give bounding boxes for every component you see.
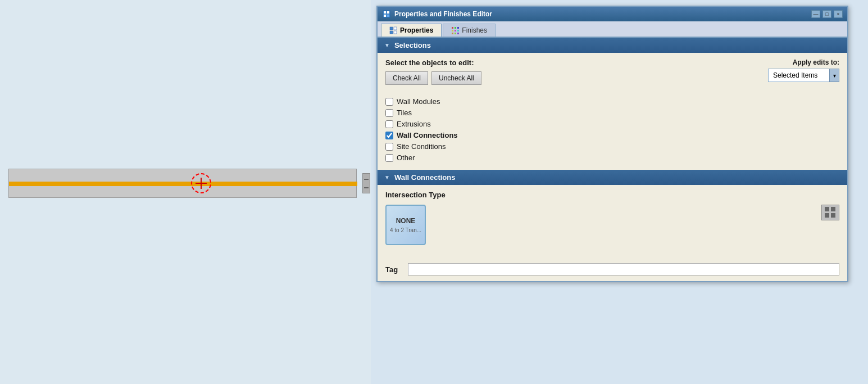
window-title: Properties and Finishes Editor [394, 10, 492, 18]
intersection-content: NONE 4 to 2 Tran... [385, 205, 839, 245]
checkbox-site-conditions[interactable] [385, 143, 393, 151]
checkbox-label-wall-modules: Wall Modules [397, 97, 440, 106]
window-titlebar: Properties and Finishes Editor — □ × [378, 7, 847, 21]
svg-rect-15 [452, 33, 453, 34]
select-objects-label: Select the objects to edit: [385, 58, 481, 67]
canvas-area [0, 0, 371, 384]
svg-rect-16 [455, 33, 456, 34]
tab-properties-label: Properties [400, 26, 433, 34]
tag-row: Tag [378, 260, 847, 281]
checkboxes-list: Wall Modules Tiles Extrusions Wall Conne… [385, 95, 839, 164]
minimize-button[interactable]: — [811, 10, 820, 18]
tile-button-text: NONE [396, 217, 416, 225]
checkbox-wall-connections[interactable] [385, 132, 393, 139]
wall-connections-area: Intersection Type NONE 4 to 2 Tran... [378, 185, 847, 260]
checkbox-other[interactable] [385, 154, 393, 162]
grid-cell-2 [831, 207, 835, 211]
intersection-tile-button[interactable]: NONE 4 to 2 Tran... [385, 205, 426, 245]
wall-inner-stripe [9, 182, 357, 186]
checkbox-item-extrusions[interactable]: Extrusions [385, 120, 839, 128]
checkbox-label-extrusions: Extrusions [397, 120, 431, 128]
checkbox-label-other: Other [397, 153, 415, 162]
titlebar-left: Properties and Finishes Editor [382, 10, 492, 19]
svg-rect-14 [457, 30, 459, 31]
svg-rect-1 [384, 11, 386, 13]
svg-rect-12 [452, 30, 453, 31]
select-objects-side: Select the objects to edit: Check All Un… [385, 58, 481, 91]
svg-rect-17 [457, 33, 459, 34]
checkbox-item-site-conditions[interactable]: Site Conditions [385, 142, 839, 151]
checkbox-item-wall-connections[interactable]: Wall Connections [385, 131, 839, 139]
uncheck-all-button[interactable]: Uncheck All [431, 71, 481, 85]
maximize-button[interactable]: □ [822, 10, 831, 18]
apply-edits-value[interactable]: Selected Items [768, 69, 830, 82]
selections-area: Select the objects to edit: Check All Un… [378, 53, 847, 170]
intersection-point [191, 173, 211, 193]
tab-finishes[interactable]: Finishes [443, 24, 496, 37]
wall-element [8, 169, 362, 198]
grid-cell-1 [825, 207, 829, 211]
checkbox-tiles[interactable] [385, 109, 393, 117]
svg-rect-4 [387, 15, 389, 17]
svg-rect-8 [394, 31, 397, 34]
apply-edits-section: Apply edits to: Selected Items ▾ [768, 58, 839, 82]
svg-rect-5 [390, 27, 393, 30]
checkbox-extrusions[interactable] [385, 120, 393, 128]
svg-rect-3 [384, 15, 386, 17]
checkbox-item-other[interactable]: Other [385, 153, 839, 162]
app-icon [382, 10, 391, 19]
checkbox-item-wall-modules[interactable]: Wall Modules [385, 97, 839, 106]
properties-window: Properties and Finishes Editor — □ × Pro… [376, 6, 848, 282]
end-cap-right [362, 173, 370, 193]
check-all-button[interactable]: Check All [385, 71, 428, 85]
checkbox-item-tiles[interactable]: Tiles [385, 109, 839, 117]
finishes-tab-icon [451, 26, 459, 34]
checkbox-wall-modules[interactable] [385, 98, 393, 106]
selections-header-text: Selections [394, 41, 431, 49]
tabs-bar: Properties Finishes [378, 21, 847, 38]
svg-rect-13 [455, 30, 456, 31]
buttons-row: Check All Uncheck All [385, 71, 481, 85]
tab-finishes-label: Finishes [462, 26, 487, 34]
wall-connections-header-text: Wall Connections [394, 173, 456, 182]
grid-cell-4 [831, 213, 835, 218]
selections-chevron[interactable]: ▼ [384, 42, 390, 48]
grid-cell-3 [825, 213, 829, 218]
tile-button-sub: 4 to 2 Tran... [390, 227, 421, 233]
svg-rect-9 [452, 27, 453, 29]
selections-section-header: ▼ Selections [378, 38, 847, 53]
selections-top-row: Select the objects to edit: Check All Un… [385, 58, 839, 91]
checkbox-label-wall-connections: Wall Connections [397, 131, 458, 139]
grid-view-button[interactable] [821, 205, 839, 220]
svg-rect-11 [457, 27, 459, 29]
wall-body [8, 169, 357, 198]
checkbox-label-site-conditions: Site Conditions [397, 142, 446, 151]
svg-rect-10 [455, 27, 456, 29]
tag-input[interactable] [408, 263, 839, 275]
wall-connections-chevron[interactable]: ▼ [384, 174, 390, 180]
svg-rect-2 [387, 11, 389, 13]
svg-rect-6 [390, 31, 393, 34]
grid-icon [825, 207, 836, 218]
dropdown-arrow-icon[interactable]: ▾ [829, 69, 839, 82]
window-controls[interactable]: — □ × [811, 10, 843, 18]
tag-label: Tag [385, 265, 402, 274]
tab-properties[interactable]: Properties [381, 24, 442, 37]
apply-edits-dropdown[interactable]: Selected Items ▾ [768, 69, 839, 82]
inner-cross [196, 178, 207, 189]
properties-tab-icon [389, 26, 397, 34]
wall-connections-section-header: ▼ Wall Connections [378, 170, 847, 185]
svg-rect-7 [394, 27, 397, 30]
close-button[interactable]: × [834, 10, 843, 18]
intersection-type-label: Intersection Type [385, 191, 839, 199]
apply-edits-label: Apply edits to: [793, 58, 839, 66]
checkbox-label-tiles: Tiles [397, 109, 412, 117]
